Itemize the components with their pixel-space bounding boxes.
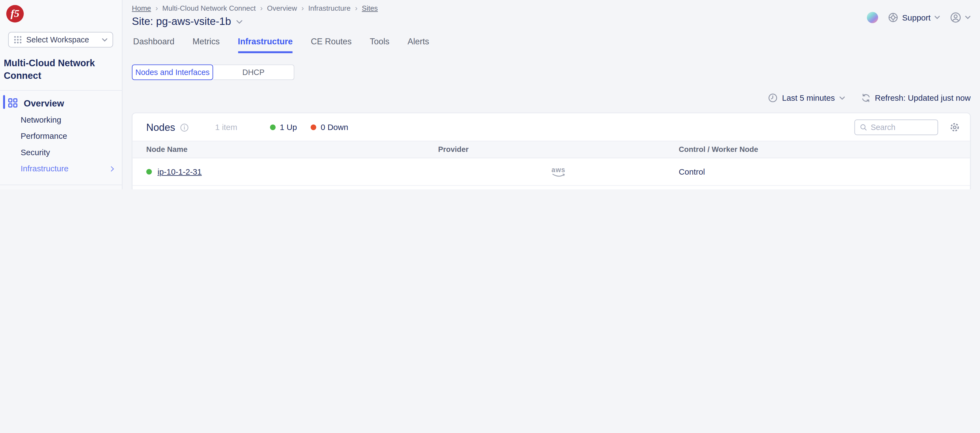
chevron-down-icon [102, 38, 108, 42]
table-row: ip-10-1-2-31 aws Control [133, 158, 970, 186]
chevron-down-icon [965, 16, 971, 19]
sidebar-nav: Overview Networking Performance Security… [0, 90, 122, 189]
gear-icon[interactable] [950, 122, 960, 133]
down-status-label: 0 Down [321, 123, 348, 132]
support-menu[interactable]: Support [888, 13, 940, 23]
aws-logo: aws [438, 166, 679, 177]
refresh-icon [861, 93, 870, 103]
grid-dots-icon [14, 35, 22, 44]
sidebar-item-manage[interactable]: Manage [0, 189, 122, 189]
refresh-label: Refresh: Updated just now [875, 93, 971, 103]
top-bar: Home › Multi-Cloud Network Connect › Ove… [132, 0, 970, 28]
tab-dashboard[interactable]: Dashboard [133, 37, 175, 53]
nav-section-manage: Manage Site Management Connectors Networ… [0, 185, 122, 189]
page-title: Site: pg-aws-vsite-1b [132, 16, 378, 28]
chevron-down-icon[interactable] [236, 20, 242, 24]
provider-label: aws [552, 166, 565, 173]
lifebuoy-icon [888, 13, 899, 23]
workspace-selector-label: Select Workspace [26, 35, 98, 44]
refresh-button[interactable]: Refresh: Updated just now [861, 93, 970, 103]
sidebar-section-label: Overview [24, 98, 64, 108]
header-controls: Support [867, 2, 970, 28]
sidebar: f5 Select Workspace Multi-Cloud Network … [0, 0, 123, 189]
workspace-title: Multi-Cloud Network Connect [4, 57, 104, 82]
sidebar-item-label: Performance [21, 131, 67, 141]
down-status-dot [310, 125, 317, 130]
node-status-dot [146, 169, 152, 175]
subtab-nodes-and-interfaces[interactable]: Nodes and Interfaces [132, 64, 213, 80]
chevron-right-icon [108, 166, 114, 171]
tab-metrics[interactable]: Metrics [192, 37, 220, 53]
info-icon[interactable] [180, 123, 189, 132]
breadcrumb-sites[interactable]: Sites [362, 4, 378, 12]
nodes-search-input[interactable] [870, 123, 932, 132]
breadcrumb-home[interactable]: Home [132, 4, 151, 12]
account-menu[interactable] [950, 12, 970, 23]
breadcrumb: Home › Multi-Cloud Network Connect › Ove… [132, 2, 378, 13]
app-window: f5 Select Workspace Multi-Cloud Network … [0, 0, 980, 189]
nodes-card: Nodes 1 item 1 Up 0 Down [132, 112, 970, 189]
nodes-title: Nodes [146, 122, 175, 133]
view-switcher: Nodes and Interfaces DHCP [132, 64, 970, 80]
active-section-indicator [3, 95, 5, 109]
breadcrumb-overview: Overview [267, 4, 297, 12]
time-range-selector[interactable]: Last 5 minutes [768, 93, 845, 103]
sidebar-item-networking[interactable]: Networking [0, 112, 122, 128]
support-label: Support [902, 13, 931, 22]
tab-ce-routes[interactable]: CE Routes [311, 37, 352, 53]
sidebar-item-performance[interactable]: Performance [0, 128, 122, 144]
time-range-label: Last 5 minutes [782, 93, 835, 103]
tab-tools[interactable]: Tools [370, 37, 390, 53]
nodes-down-status: 0 Down [310, 123, 348, 132]
search-icon [860, 123, 867, 131]
sidebar-item-label: Networking [21, 115, 61, 125]
column-header-provider: Provider [438, 145, 679, 154]
up-status-dot [270, 125, 275, 130]
sidebar-item-label: Security [21, 147, 50, 157]
nodes-table-header: Node Name Provider Control / Worker Node [133, 141, 970, 158]
up-status-label: 1 Up [280, 123, 297, 132]
workspace-selector[interactable]: Select Workspace [8, 32, 113, 48]
tab-infrastructure[interactable]: Infrastructure [238, 37, 293, 53]
overview-grid-icon [8, 98, 18, 107]
user-icon [950, 12, 961, 23]
column-header-node-name: Node Name [146, 145, 438, 154]
breadcrumb-separator: › [155, 4, 158, 13]
sidebar-item-security[interactable]: Security [0, 144, 122, 160]
sidebar-item-infrastructure[interactable]: Infrastructure [0, 160, 122, 177]
nodes-count: 1 item [215, 123, 237, 132]
node-link[interactable]: ip-10-1-2-31 [158, 167, 202, 176]
tab-bar: Dashboard Metrics Infrastructure CE Rout… [133, 37, 971, 54]
nav-section-overview: Overview Networking Performance Security… [0, 90, 122, 184]
tab-alerts[interactable]: Alerts [408, 37, 429, 53]
breadcrumb-separator: › [355, 4, 357, 13]
breadcrumb-separator: › [301, 4, 304, 13]
nodes-up-status: 1 Up [270, 123, 297, 132]
nodes-search [854, 120, 938, 135]
avatar[interactable] [867, 12, 878, 23]
clock-icon [768, 93, 778, 103]
sidebar-item-overview[interactable]: Overview [0, 94, 122, 112]
refresh-controls: Last 5 minutes Refresh: Updated just now [132, 93, 970, 103]
breadcrumb-separator: › [260, 4, 262, 13]
sidebar-item-label: Infrastructure [21, 164, 110, 173]
breadcrumb-infrastructure: Infrastructure [308, 4, 350, 12]
breadcrumb-mcn: Multi-Cloud Network Connect [162, 4, 256, 12]
subtab-dhcp[interactable]: DHCP [213, 64, 294, 80]
main-content: Home › Multi-Cloud Network Connect › Ove… [123, 0, 980, 189]
node-role: Control [679, 167, 970, 176]
page-title-text: Site: pg-aws-vsite-1b [132, 16, 231, 28]
chevron-down-icon [839, 96, 845, 100]
chevron-down-icon [934, 16, 940, 19]
f5-logo[interactable]: f5 [6, 5, 24, 22]
column-header-control-worker: Control / Worker Node [679, 145, 970, 154]
